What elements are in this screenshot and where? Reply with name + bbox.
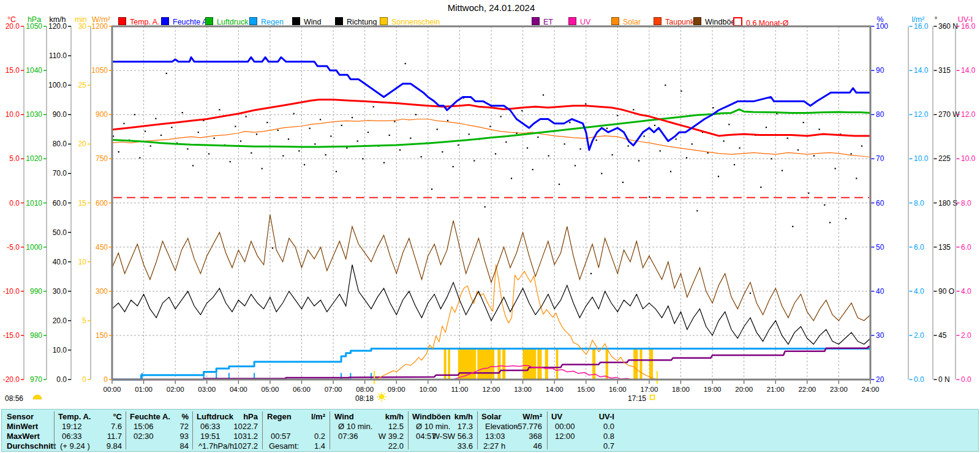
axis-direction: 360 N315270 W225180 S13590 O450 N° <box>933 15 960 384</box>
x-tick-label: 11:00 <box>451 386 468 393</box>
axis-tick-label: 1040 <box>26 66 42 75</box>
stat-cell: UV-I <box>556 412 614 421</box>
table-divider <box>547 411 548 449</box>
axis-tick-label: 8.0 <box>961 199 971 208</box>
table-divider <box>477 411 478 449</box>
axis-tick-label: -20.0 <box>3 375 20 384</box>
axis-tick-label: 600 <box>96 199 108 208</box>
stat-cell: 7.6 <box>64 422 122 431</box>
axis-tick-label: 10.0 <box>6 110 20 119</box>
moon-icon <box>32 392 43 400</box>
axis-tick-label: 20 <box>876 375 884 384</box>
axis-tick-label: 90 <box>876 66 884 75</box>
stat-cell: 0.7 <box>556 441 614 451</box>
stats-table: SensorMinWertMaxWertDurchschnittTemp. A.… <box>1 409 979 452</box>
series-richtung <box>113 63 862 294</box>
stat-cell: 11.7 <box>64 432 122 441</box>
axis-tick-label: -10.0 <box>3 287 20 296</box>
stat-cell: °C <box>64 412 122 421</box>
axis-tick-label: 225 <box>938 154 951 163</box>
axis-uv: 16.014.012.010.08.06.04.02.00.0UV-I <box>956 15 976 384</box>
sunset-square-icon <box>649 394 655 400</box>
axis-tick-label: 1050 <box>91 66 108 75</box>
axis-wind: 120.0110.0100.090.080.070.060.050.040.03… <box>48 15 71 384</box>
x-tick-label: 18:00 <box>672 386 690 393</box>
sunset-time: 17:15 <box>614 394 646 403</box>
axis-tick-label: 60 <box>876 199 884 208</box>
x-tick-label: 24:00 <box>862 386 880 393</box>
x-tick-label: 01:00 <box>135 386 153 393</box>
x-tick-label: 04:00 <box>230 386 247 393</box>
axis-tick-label: 300 <box>96 287 108 296</box>
x-tick-label: 06:00 <box>293 386 311 393</box>
stat-cell: 1027.2 <box>200 441 258 451</box>
axis-tick-label: 1030 <box>26 110 42 119</box>
axis-tick-label: 1000 <box>26 243 42 252</box>
axis-tick-label: 6.0 <box>914 243 924 252</box>
stat-cell: l/m² <box>267 412 325 421</box>
axis-tick-label: 150 <box>96 331 108 340</box>
axis-tick-label: 5.0 <box>9 154 20 163</box>
axis-tick-label: 0.0 <box>9 199 20 208</box>
axis-tick-label: 70 <box>876 154 884 163</box>
table-divider <box>192 411 193 449</box>
axis-tick-label: 6.0 <box>961 243 971 252</box>
axis-title-direction: ° <box>935 15 938 24</box>
x-tick-label: 20:00 <box>735 386 753 393</box>
stat-cell: 368 <box>484 432 542 441</box>
table-divider <box>126 411 126 449</box>
table-divider <box>262 411 263 449</box>
weather-chart: 20.015.010.05.00.0-5.0-10.0-15.0-20.0°C1… <box>0 0 980 405</box>
axis-tick-label: 970 <box>30 375 42 384</box>
axis-tick-label: 12.0 <box>961 110 976 119</box>
axis-pressure: 105010401030102010101000990980970hPa <box>26 15 47 384</box>
stat-cell: 0.8 <box>556 432 614 441</box>
x-tick-label: 05:00 <box>262 386 279 393</box>
axis-tick-label: 450 <box>96 243 108 252</box>
axis-tick-label: 30 <box>876 331 884 340</box>
grid-lines <box>112 26 870 380</box>
axis-tick-label: 0 <box>104 375 108 384</box>
sunrise-sun-icon <box>377 392 386 402</box>
x-tick-label: 09:00 <box>388 386 405 393</box>
x-tick-label: 21:00 <box>767 386 785 393</box>
stat-cell: 1022.7 <box>200 422 258 431</box>
axis-tick-label: 360 N <box>938 22 958 31</box>
stat-cell: MinWert <box>7 422 38 431</box>
axis-tick-label: 40.0 <box>53 258 67 266</box>
axis-tick-label: 4.0 <box>961 287 971 296</box>
axis-tick-label: 50 <box>876 243 884 252</box>
axis-tick-label: 0.0 <box>961 375 971 384</box>
axis-tick-label: 80.0 <box>53 140 67 148</box>
axis-title-uv: UV-I <box>958 15 973 24</box>
axis-tick-label: 20 <box>78 140 87 148</box>
table-divider <box>330 411 330 449</box>
axis-tick-label: 1020 <box>26 154 42 163</box>
axis-tick-label: 0.0 <box>56 375 67 384</box>
table-divider <box>54 411 55 449</box>
axis-tick-label: 110.0 <box>49 51 67 60</box>
axis-tick-label: 40 <box>876 287 884 296</box>
axis-tick-label: 10.0 <box>53 346 67 354</box>
stat-cell: % <box>130 412 189 421</box>
stat-cell: MaxWert <box>7 432 40 441</box>
stat-cell: 46 <box>484 441 542 451</box>
axis-tick-label: 4.0 <box>914 287 924 296</box>
stat-cell: 93 <box>130 432 189 441</box>
stat-cell: 1031.2 <box>200 432 258 441</box>
x-axis: 00:0001:0002:0003:0004:0005:0006:0007:00… <box>104 381 880 394</box>
axis-tick-label: 60.0 <box>53 199 67 208</box>
series-windboeen <box>112 215 870 321</box>
axis-tick-label: 180 S <box>938 199 957 208</box>
stat-cell: 0.2 <box>267 432 325 441</box>
stat-cell: 22.0 <box>345 441 404 451</box>
x-tick-label: 23:00 <box>830 386 848 393</box>
moonset-time: 08:56 <box>5 394 23 403</box>
x-tick-label: 10:00 <box>419 386 437 393</box>
axis-tick-label: 0 N <box>938 375 950 384</box>
axis-title-temp: °C <box>7 15 16 24</box>
axis-tick-label: 0 <box>82 375 86 384</box>
axis-tick-label: 12.0 <box>914 110 929 119</box>
axis-tick-label: 15 <box>78 199 87 208</box>
axis-sun: 302520151050min <box>75 15 91 384</box>
